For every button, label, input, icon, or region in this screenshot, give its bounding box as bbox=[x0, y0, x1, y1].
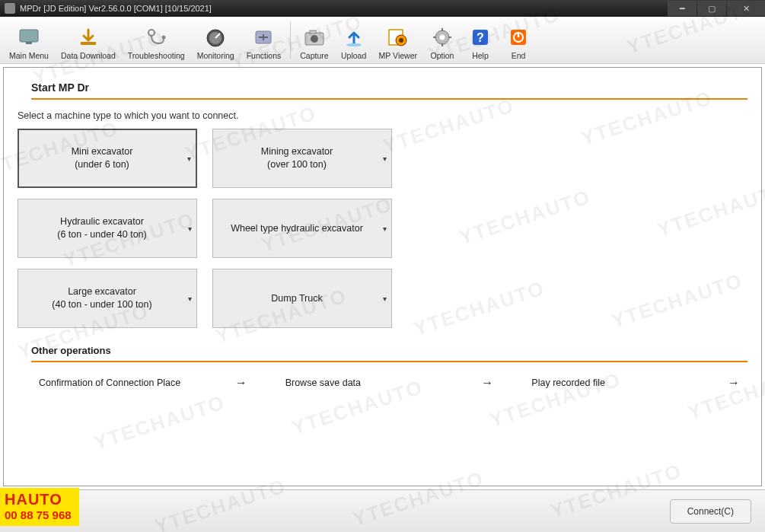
option-button[interactable]: Option bbox=[423, 18, 461, 63]
svg-rect-0 bbox=[20, 30, 38, 42]
vendor-badge: HAUTO 00 88 75 968 bbox=[0, 488, 79, 526]
upload-icon bbox=[342, 25, 366, 49]
machine-label-line1: Large excavator bbox=[68, 286, 136, 297]
power-icon bbox=[506, 25, 531, 49]
main-menu-button[interactable]: Main Menu bbox=[3, 18, 55, 63]
gauge-icon bbox=[203, 25, 228, 49]
data-download-button[interactable]: Data Download bbox=[55, 18, 122, 63]
monitoring-button[interactable]: Monitoring bbox=[191, 18, 241, 63]
badge-line1: HAUTO bbox=[5, 491, 72, 508]
maximize-button[interactable]: ▢ bbox=[697, 1, 726, 16]
minimize-button[interactable]: ━ bbox=[668, 1, 696, 16]
toolbar-label: Main Menu bbox=[9, 51, 49, 60]
chevron-down-icon: ▾ bbox=[383, 295, 387, 303]
machine-hydraulic-excavator[interactable]: Hydraulic excavator(6 ton - under 40 ton… bbox=[18, 199, 197, 258]
functions-button[interactable]: Functions bbox=[241, 18, 288, 63]
toolbar-label: Data Download bbox=[61, 51, 116, 60]
viewer-icon bbox=[386, 25, 410, 49]
svg-point-14 bbox=[399, 38, 403, 43]
capture-button[interactable]: Capture bbox=[294, 18, 334, 63]
svg-rect-2 bbox=[81, 42, 96, 45]
arrow-right-icon: → bbox=[728, 376, 740, 390]
machine-label-line2: (over 100 ton) bbox=[267, 159, 327, 170]
toolbar-label: Monitoring bbox=[197, 51, 234, 60]
svg-rect-1 bbox=[26, 42, 32, 44]
toolbar-label: Functions bbox=[247, 51, 282, 60]
machine-label-line2: (40 ton - under 100 ton) bbox=[52, 299, 151, 310]
machine-grid: Mini excavator(under 6 ton) ▾ Mining exc… bbox=[18, 129, 747, 328]
help-button[interactable]: ? Help bbox=[461, 18, 499, 63]
toolbar-label: Troubleshooting bbox=[128, 51, 185, 60]
troubleshooting-button[interactable]: Troubleshooting bbox=[122, 18, 191, 63]
content-area: Start MP Dr Select a machine type to whi… bbox=[3, 67, 762, 486]
section-rule bbox=[31, 98, 747, 100]
op-label: Browse save data bbox=[285, 377, 361, 388]
prompt-text: Select a machine type to which you want … bbox=[18, 110, 747, 121]
svg-point-3 bbox=[148, 30, 155, 36]
chevron-down-icon: ▾ bbox=[187, 155, 191, 163]
mp-viewer-button[interactable]: MP Viewer bbox=[373, 18, 423, 63]
titlebar: MPDr [JD Edition] Ver2.56.0.0 [COM1] [10… bbox=[0, 0, 765, 17]
op-label: Confirmation of Connection Place bbox=[39, 377, 180, 388]
machine-mining-excavator[interactable]: Mining excavator(over 100 ton) ▾ bbox=[212, 129, 392, 188]
toolbar: Main Menu Data Download Troubleshooting … bbox=[0, 17, 765, 64]
stethoscope-icon bbox=[144, 25, 168, 49]
svg-text:?: ? bbox=[477, 31, 484, 44]
machine-mini-excavator[interactable]: Mini excavator(under 6 ton) ▾ bbox=[18, 129, 197, 188]
machine-label-line1: Wheel type hydraulic excavator bbox=[231, 223, 363, 234]
camera-icon bbox=[302, 25, 327, 49]
toolbar-label: Capture bbox=[300, 51, 328, 60]
app-window: MPDr [JD Edition] Ver2.56.0.0 [COM1] [10… bbox=[0, 0, 765, 532]
toolbar-label: Help bbox=[472, 51, 489, 60]
monitor-icon bbox=[17, 25, 41, 49]
machine-label-line1: Mining excavator bbox=[261, 146, 333, 157]
close-button[interactable]: ✕ bbox=[727, 1, 765, 16]
op-confirmation-connection-place[interactable]: Confirmation of Connection Place → bbox=[39, 370, 255, 396]
help-icon: ? bbox=[468, 25, 492, 49]
other-operations-title: Other operations bbox=[31, 345, 747, 361]
other-operations-row: Confirmation of Connection Place → Brows… bbox=[39, 370, 747, 396]
op-label: Play recorded file bbox=[531, 377, 605, 388]
machine-dump-truck[interactable]: Dump Truck ▾ bbox=[212, 269, 392, 328]
toolbar-label: MP Viewer bbox=[379, 51, 417, 60]
chevron-down-icon: ▾ bbox=[188, 225, 192, 233]
op-play-recorded-file[interactable]: Play recorded file → bbox=[531, 370, 747, 396]
toolbar-label: Option bbox=[431, 51, 454, 60]
svg-point-9 bbox=[311, 35, 318, 43]
upload-button[interactable]: Upload bbox=[335, 18, 373, 63]
op-browse-save-data[interactable]: Browse save data → bbox=[285, 370, 502, 396]
machine-label-line1: Mini excavator bbox=[72, 146, 133, 157]
footer: Connect(C) bbox=[0, 489, 765, 532]
svg-point-16 bbox=[439, 34, 445, 40]
machine-large-excavator[interactable]: Large excavator(40 ton - under 100 ton) … bbox=[18, 269, 197, 328]
machine-label-line1: Hydraulic excavator bbox=[60, 216, 144, 227]
connect-button[interactable]: Connect(C) bbox=[670, 499, 751, 524]
gear-icon bbox=[430, 25, 454, 49]
svg-rect-10 bbox=[310, 30, 316, 33]
other-rule bbox=[31, 361, 747, 362]
chevron-down-icon: ▾ bbox=[383, 155, 387, 163]
machine-wheel-hydraulic-excavator[interactable]: Wheel type hydraulic excavator ▾ bbox=[212, 199, 392, 258]
functions-icon bbox=[251, 25, 276, 49]
machine-label-line2: (under 6 ton) bbox=[75, 159, 129, 170]
section-title: Start MP Dr bbox=[31, 81, 747, 98]
machine-label-line1: Dump Truck bbox=[271, 293, 322, 304]
toolbar-label: Upload bbox=[341, 51, 366, 60]
arrow-right-icon: → bbox=[481, 376, 493, 390]
svg-point-11 bbox=[346, 43, 362, 46]
chevron-down-icon: ▾ bbox=[188, 295, 192, 303]
download-icon bbox=[76, 25, 100, 49]
chevron-down-icon: ▾ bbox=[383, 225, 387, 233]
machine-label-line2: (6 ton - under 40 ton) bbox=[57, 229, 146, 240]
arrow-right-icon: → bbox=[235, 376, 247, 390]
window-title: MPDr [JD Edition] Ver2.56.0.0 [COM1] [10… bbox=[20, 4, 212, 13]
badge-line2: 00 88 75 968 bbox=[5, 508, 72, 521]
toolbar-separator bbox=[290, 22, 291, 59]
toolbar-label: End bbox=[512, 51, 526, 60]
svg-point-4 bbox=[162, 35, 166, 39]
end-button[interactable]: End bbox=[499, 18, 537, 63]
app-icon bbox=[5, 3, 15, 14]
